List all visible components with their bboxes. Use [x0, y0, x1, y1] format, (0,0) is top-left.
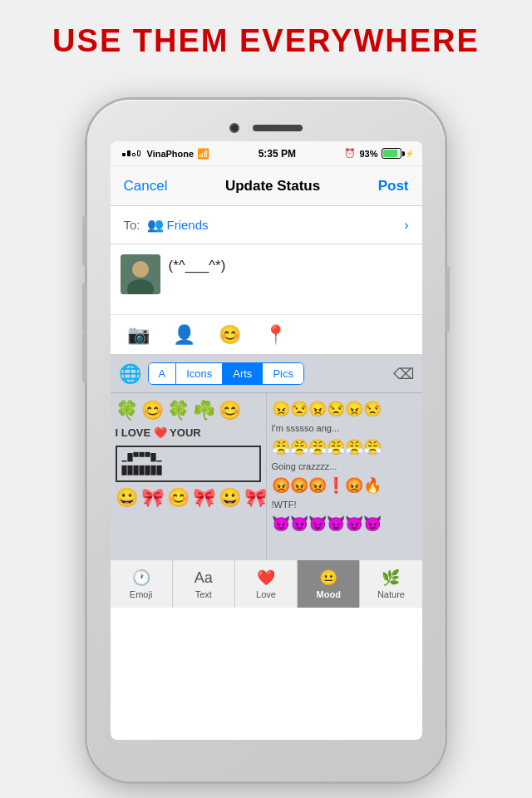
mood-icon: 😐 [319, 569, 337, 587]
tab-pics[interactable]: Pics [263, 363, 303, 384]
angry-row-3[interactable]: 😡😡😡❗😡🔥 [272, 476, 417, 495]
angry-text-2: Going crazzzz... [272, 461, 417, 471]
tab-icons[interactable]: Icons [176, 363, 223, 384]
chevron-right-icon: › [404, 218, 408, 233]
avatar [121, 254, 160, 294]
text-tab-label: Text [195, 589, 212, 599]
tab-mood[interactable]: 😐 Mood [298, 560, 360, 608]
devil-row[interactable]: 😈😈😈😈😈😈 [272, 515, 417, 533]
post-button[interactable]: Post [378, 178, 409, 195]
wifi-icon: 📶 [197, 148, 209, 160]
compose-area: (*^___^*) [111, 244, 422, 315]
phone-screen: VinaPhone 📶 5:35 PM ⏰ 93% ⚡ Cancel Updat… [111, 141, 422, 740]
page-title: USE THEM EVERYWHERE [0, 0, 532, 76]
battery-pct: 93% [359, 149, 377, 159]
tab-emoji[interactable]: 🕐 Emoji [111, 560, 173, 608]
to-label: To: [124, 218, 140, 232]
status-right: ⏰ 93% ⚡ [344, 148, 413, 159]
friends-icon: 👥 [147, 217, 164, 233]
camera-toolbar-icon[interactable]: 📷 [127, 324, 150, 346]
angry-row-2[interactable]: 😤😤😤😤😤😤 [272, 438, 417, 456]
audience-selector[interactable]: Friends [167, 218, 209, 232]
bottom-tab-bar: 🕐 Emoji Aa Text ❤️ Love 😐 Mood 🌿 Nature [111, 559, 422, 608]
love-icon: ❤️ [257, 569, 275, 587]
bolt-icon: ⚡ [405, 150, 414, 158]
svg-point-1 [132, 261, 149, 278]
signal-bar-3 [132, 153, 135, 156]
location-icon[interactable]: 📍 [264, 324, 287, 346]
phone-shell: VinaPhone 📶 5:35 PM ⏰ 93% ⚡ Cancel Updat… [87, 100, 445, 781]
status-bar: VinaPhone 📶 5:35 PM ⏰ 93% ⚡ [111, 141, 422, 166]
love-tab-label: Love [256, 589, 276, 599]
emoji-tab-label: Emoji [130, 589, 153, 599]
tag-people-icon[interactable]: 👤 [173, 324, 195, 346]
emoji-row-1[interactable]: 🍀😊🍀☘️😊 [116, 400, 261, 421]
nav-title: Update Status [225, 178, 320, 195]
feeling-icon[interactable]: 😊 [219, 324, 241, 346]
signal-bars [122, 150, 140, 156]
to-row[interactable]: To: 👥 Friends › [111, 206, 422, 244]
tab-a[interactable]: A [149, 363, 177, 384]
angry-text-1: I'm ssssso ang... [272, 423, 417, 433]
delete-key[interactable]: ⌫ [393, 365, 414, 383]
top-bezel [229, 123, 303, 133]
text-icon: Aa [195, 569, 213, 587]
angry-row-1[interactable]: 😠😒😠😒😠😒 [272, 400, 417, 418]
emoji-area: 🍀😊🍀☘️😊 I LOVE ❤️ YOUR ▁▇▀▀▀▇▁ ███████ 😀🎀… [111, 393, 422, 559]
toolbar-row: 📷 👤 😊 📍 [111, 315, 422, 355]
tab-text[interactable]: Aa Text [173, 560, 235, 608]
carrier-name: VinaPhone [147, 149, 195, 159]
speaker [253, 125, 303, 131]
nav-bar: Cancel Update Status Post [111, 166, 422, 206]
battery-fill [383, 150, 398, 157]
wtf-text: !WTF! [272, 500, 417, 510]
emoji-right-col: 😠😒😠😒😠😒 I'm ssssso ang... 😤😤😤😤😤😤 Going cr… [267, 393, 422, 559]
tab-love[interactable]: ❤️ Love [235, 560, 298, 608]
compose-text[interactable]: (*^___^*) [169, 254, 226, 304]
signal-bar-2 [127, 150, 131, 156]
signal-bar-1 [122, 153, 126, 156]
cancel-button[interactable]: Cancel [124, 178, 168, 195]
nature-tab-label: Nature [377, 589, 405, 599]
art-block[interactable]: ▁▇▀▀▀▇▁ ███████ [116, 446, 261, 482]
love-text[interactable]: I LOVE ❤️ YOUR [116, 426, 261, 441]
battery-icon [382, 148, 401, 159]
mood-tab-label: Mood [317, 589, 341, 599]
keyboard-header: 🌐 A Icons Arts Pics ⌫ [111, 355, 422, 393]
status-time: 5:35 PM [209, 148, 344, 160]
tab-arts[interactable]: Arts [223, 363, 263, 384]
status-left: VinaPhone 📶 [119, 148, 210, 160]
nature-icon: 🌿 [382, 569, 400, 587]
tab-nature[interactable]: 🌿 Nature [360, 560, 421, 608]
emoji-left-col: 🍀😊🍀☘️😊 I LOVE ❤️ YOUR ▁▇▀▀▀▇▁ ███████ 😀🎀… [111, 393, 267, 559]
camera-icon [229, 123, 239, 133]
keyboard-tabs: A Icons Arts Pics [148, 362, 304, 385]
signal-bar-4 [137, 150, 140, 156]
globe-icon[interactable]: 🌐 [119, 363, 141, 385]
avatar-image [121, 254, 160, 294]
emoji-row-4[interactable]: 😀🎀😊🎀😀🎀 [116, 487, 261, 509]
alarm-icon: ⏰ [344, 148, 356, 159]
clock-icon: 🕐 [132, 569, 150, 587]
